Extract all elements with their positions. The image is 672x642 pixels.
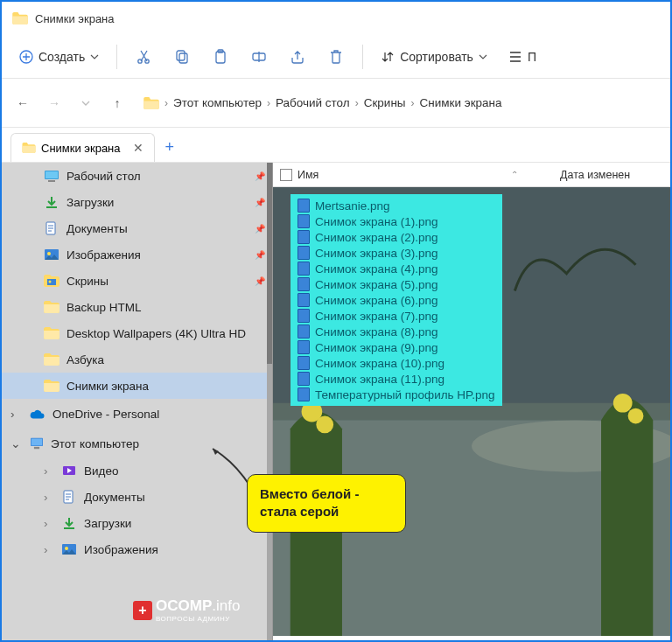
- download-icon: [44, 195, 60, 209]
- file-icon: [298, 199, 310, 213]
- breadcrumb-sep: ›: [267, 97, 270, 109]
- paste-button[interactable]: [203, 43, 238, 71]
- view-button[interactable]: П: [500, 45, 540, 69]
- sidebar-item[interactable]: Загрузки📌: [2, 189, 272, 215]
- breadcrumb-item[interactable]: Рабочий стол: [276, 96, 350, 109]
- expand-icon[interactable]: ›: [10, 408, 23, 421]
- sidebar-item[interactable]: Изображения📌: [2, 241, 272, 268]
- expand-icon[interactable]: ›: [44, 464, 54, 478]
- chevron-down-icon: [479, 54, 487, 59]
- new-button[interactable]: Создать: [10, 45, 108, 69]
- svg-rect-10: [48, 180, 55, 182]
- back-button[interactable]: ←: [10, 91, 35, 115]
- file-row[interactable]: Снимок экрана (6).png: [296, 292, 497, 308]
- tab-close-button[interactable]: ✕: [133, 141, 144, 155]
- expand-icon[interactable]: ›: [44, 517, 54, 530]
- file-row[interactable]: Снимок экрана (10).png: [296, 355, 497, 371]
- file-row[interactable]: Снимок экрана (2).png: [296, 229, 497, 245]
- address-bar[interactable]: › Этот компьютер › Рабочий стол › Скрины…: [136, 93, 662, 113]
- pin-icon: 📌: [255, 224, 265, 234]
- chevron-down-icon: [81, 101, 90, 106]
- breadcrumb-item[interactable]: Этот компьютер: [173, 96, 262, 109]
- recent-button[interactable]: [74, 91, 98, 115]
- file-name: Снимок экрана (7).png: [315, 310, 438, 323]
- file-row[interactable]: Снимок экрана (1).png: [296, 213, 497, 229]
- file-row[interactable]: Mertsanie.png: [296, 198, 497, 213]
- collapse-icon[interactable]: ⌄: [10, 436, 23, 450]
- new-tab-button[interactable]: +: [155, 133, 186, 162]
- explorer-window: Снимки экрана Создать Сортировать П ← →: [0, 0, 672, 642]
- breadcrumb-sep: ›: [355, 97, 359, 109]
- tab-label: Снимки экрана: [41, 142, 121, 155]
- forward-button[interactable]: →: [42, 91, 66, 115]
- sidebar-item[interactable]: Азбука: [2, 346, 272, 373]
- share-button[interactable]: [280, 43, 315, 71]
- file-icon: [298, 246, 310, 260]
- sidebar-item-label: Видео: [84, 464, 118, 478]
- file-icon: [298, 293, 310, 307]
- sidebar-item[interactable]: Desktop Wallpapers (4K) Ultra HD: [2, 320, 272, 346]
- share-icon: [290, 49, 305, 65]
- sidebar-item-label: Документы: [84, 491, 145, 504]
- tab-screenshots[interactable]: Снимки экрана ✕: [10, 133, 155, 162]
- sidebar-item[interactable]: Рабочий стол📌: [2, 163, 272, 189]
- copy-button[interactable]: [164, 43, 200, 71]
- select-all-checkbox[interactable]: [280, 169, 292, 181]
- folder-icon: [44, 379, 60, 393]
- sidebar-item[interactable]: ›Изображения: [2, 536, 272, 562]
- file-name: Mertsanie.png: [315, 199, 390, 213]
- scrollbar-thumb[interactable]: [267, 163, 272, 364]
- up-button[interactable]: ↑: [105, 91, 130, 115]
- rename-button[interactable]: [242, 43, 276, 71]
- svg-rect-5: [216, 52, 225, 63]
- file-row[interactable]: Температурный профиль HP.png: [296, 387, 497, 402]
- delete-button[interactable]: [318, 43, 354, 71]
- cloud-icon: [30, 409, 46, 420]
- svg-rect-9: [46, 171, 58, 178]
- sidebar-item-label: Backup HTML: [66, 301, 142, 314]
- expand-icon[interactable]: ›: [44, 543, 54, 556]
- file-name: Снимок экрана (9).png: [315, 341, 438, 354]
- sidebar-item-label: Снимки экрана: [66, 380, 149, 393]
- file-row[interactable]: Снимок экрана (4).png: [296, 261, 497, 276]
- sidebar-item[interactable]: Backup HTML: [2, 294, 272, 320]
- sidebar-onedrive[interactable]: › OneDrive - Personal: [2, 399, 272, 428]
- file-name: Снимок экрана (6).png: [315, 294, 438, 307]
- trash-icon: [328, 49, 344, 65]
- file-row[interactable]: Снимок экрана (7).png: [296, 308, 497, 324]
- sidebar-item[interactable]: Документы📌: [2, 215, 272, 241]
- expand-icon[interactable]: ›: [44, 491, 54, 504]
- column-name[interactable]: Имя ⌃: [273, 169, 553, 181]
- breadcrumb-item[interactable]: Снимки экрана: [420, 96, 502, 109]
- scrollbar[interactable]: [267, 163, 272, 640]
- sidebar-item[interactable]: Снимки экрана: [2, 373, 272, 399]
- svg-rect-3: [177, 51, 185, 60]
- file-row[interactable]: Снимок экрана (8).png: [296, 324, 497, 339]
- breadcrumb-sep: ›: [411, 97, 415, 109]
- pin-icon: 📌: [255, 250, 265, 260]
- file-row[interactable]: Снимок экрана (5).png: [296, 276, 497, 292]
- file-icon: [298, 324, 310, 338]
- file-row[interactable]: Снимок экрана (9).png: [296, 339, 497, 355]
- sidebar-item[interactable]: ›Загрузки: [2, 510, 272, 536]
- file-row[interactable]: Снимок экрана (11).png: [296, 371, 497, 387]
- column-date[interactable]: Дата изменен: [553, 169, 670, 181]
- breadcrumb-item[interactable]: Скрины: [364, 96, 406, 109]
- copy-icon: [174, 49, 190, 65]
- file-icon: [298, 387, 310, 401]
- download-icon: [61, 516, 77, 530]
- file-name: Температурный профиль HP.png: [315, 388, 495, 401]
- video-icon: [61, 464, 77, 478]
- paste-icon: [213, 49, 228, 65]
- svg-rect-14: [47, 279, 56, 285]
- sort-button[interactable]: Сортировать: [372, 45, 496, 69]
- pin-icon: 📌: [255, 171, 265, 181]
- sidebar-item[interactable]: Скрины📌: [2, 268, 272, 294]
- file-name: Снимок экрана (1).png: [315, 215, 438, 228]
- cut-button[interactable]: [126, 43, 161, 71]
- sidebar-item-label: Desktop Wallpapers (4K) Ultra HD: [66, 327, 246, 340]
- pictures-icon: [61, 542, 77, 556]
- file-selection: Mertsanie.pngСнимок экрана (1).pngСнимок…: [290, 194, 502, 406]
- file-row[interactable]: Снимок экрана (3).png: [296, 245, 497, 261]
- annotation-callout: Вместо белой - стала серой: [247, 474, 406, 533]
